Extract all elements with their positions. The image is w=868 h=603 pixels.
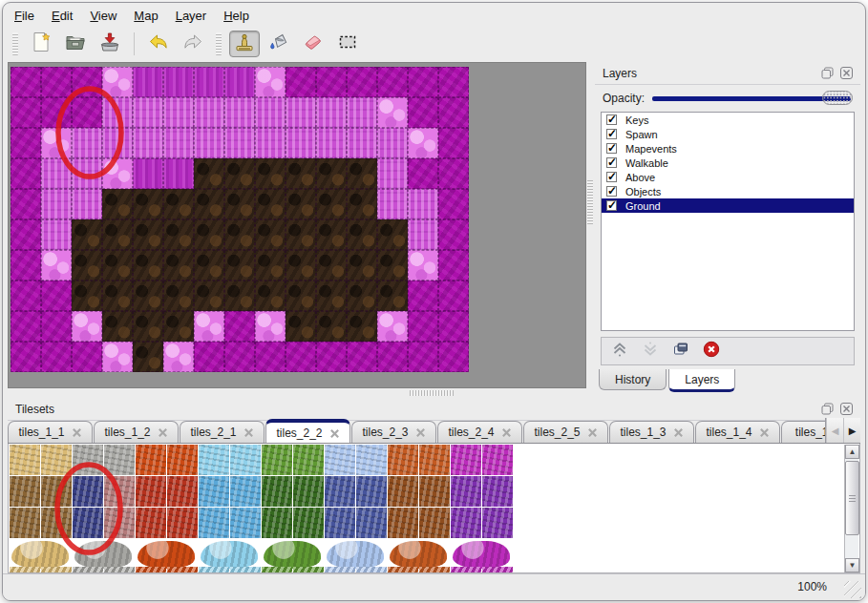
map-tile[interactable] — [347, 311, 377, 342]
tileset-tile[interactable] — [10, 445, 40, 475]
map-tile[interactable] — [133, 128, 163, 158]
map-tile[interactable] — [102, 311, 133, 342]
map-tile[interactable] — [133, 281, 163, 311]
menu-item-file[interactable]: File — [14, 9, 34, 23]
close-panel-icon[interactable] — [839, 403, 853, 416]
map-tile[interactable] — [41, 281, 72, 311]
map-tile[interactable] — [41, 250, 72, 281]
menu-item-layer[interactable]: Layer — [176, 9, 207, 23]
map-tile[interactable] — [286, 219, 316, 250]
map-tile[interactable] — [72, 311, 102, 342]
tileset-tile[interactable] — [419, 567, 450, 572]
close-tab-icon[interactable] — [158, 427, 168, 438]
tab-history[interactable]: History — [599, 369, 667, 390]
tileset-tile[interactable] — [73, 445, 103, 475]
map-tile[interactable] — [347, 342, 377, 372]
map-tile[interactable] — [72, 250, 102, 281]
tileset-tile[interactable] — [356, 567, 387, 572]
new-file-button[interactable] — [26, 31, 56, 57]
map-tile[interactable] — [72, 158, 102, 189]
tileset-tile[interactable] — [230, 445, 261, 475]
map-tile[interactable] — [41, 128, 72, 158]
map-tile[interactable] — [102, 342, 133, 372]
map-tile[interactable] — [102, 250, 133, 281]
map-tile[interactable] — [224, 311, 255, 342]
tileset-tab-tiles_2_1[interactable]: tiles_2_1 — [180, 421, 265, 443]
tileset-tile[interactable] — [390, 541, 447, 569]
map-tile[interactable] — [347, 97, 377, 128]
undo-button[interactable] — [143, 31, 174, 57]
tileset-tile[interactable] — [73, 476, 103, 507]
menu-item-help[interactable]: Help — [223, 9, 249, 23]
tileset-view[interactable]: ▲ ▼ — [8, 444, 860, 573]
map-tile[interactable] — [316, 128, 347, 158]
map-tile[interactable] — [194, 158, 224, 189]
tab-layers[interactable]: Layers — [668, 369, 735, 392]
tileset-tile[interactable] — [230, 508, 261, 538]
layer-visibility-checkbox[interactable] — [606, 143, 617, 154]
map-tile[interactable] — [163, 311, 194, 342]
map-tile[interactable] — [163, 342, 194, 372]
map-tile[interactable] — [408, 128, 438, 158]
tileset-tile[interactable] — [356, 476, 387, 507]
map-view[interactable] — [8, 62, 586, 388]
tileset-tile[interactable] — [451, 508, 481, 538]
menu-item-view[interactable]: View — [90, 9, 116, 23]
map-tile[interactable] — [377, 342, 408, 372]
tileset-tile[interactable] — [199, 567, 229, 572]
map-tile[interactable] — [41, 67, 72, 97]
map-tile[interactable] — [41, 219, 72, 250]
layer-visibility-checkbox[interactable] — [606, 186, 617, 197]
tileset-tile[interactable] — [230, 567, 261, 572]
opacity-slider[interactable] — [652, 91, 853, 106]
map-tile[interactable] — [316, 67, 347, 97]
vertical-splitter-grip[interactable] — [587, 180, 593, 224]
map-tile[interactable] — [11, 189, 41, 219]
tileset-tile[interactable] — [10, 476, 40, 507]
tileset-tile[interactable] — [388, 476, 418, 507]
map-tile[interactable] — [41, 311, 72, 342]
map-tile[interactable] — [224, 250, 255, 281]
map-tile[interactable] — [11, 158, 41, 189]
layer-row-ground[interactable]: Ground — [602, 198, 854, 213]
map-tile[interactable] — [163, 158, 194, 189]
map-tile[interactable] — [163, 67, 194, 97]
map-tile[interactable] — [286, 189, 316, 219]
tileset-tile[interactable] — [388, 508, 418, 538]
tileset-tile[interactable] — [327, 541, 384, 569]
tileset-tile[interactable] — [230, 476, 261, 507]
map-tile[interactable] — [347, 67, 377, 97]
map-tile[interactable] — [377, 311, 408, 342]
map-tile[interactable] — [255, 311, 286, 342]
scroll-tabs-left-icon[interactable]: ◀ — [826, 418, 843, 443]
tileset-tile[interactable] — [325, 508, 355, 538]
layer-visibility-checkbox[interactable] — [606, 129, 617, 139]
map-tile[interactable] — [133, 311, 163, 342]
map-tile[interactable] — [408, 189, 438, 219]
map-tile[interactable] — [438, 189, 469, 219]
map-tile[interactable] — [133, 189, 163, 219]
map-tile[interactable] — [438, 250, 469, 281]
tileset-tile[interactable] — [199, 508, 229, 538]
map-tile[interactable] — [316, 158, 347, 189]
tileset-tab-tiles_1_3[interactable]: tiles_1_3 — [609, 421, 694, 443]
map-tile[interactable] — [163, 281, 194, 311]
tileset-tile[interactable] — [136, 476, 166, 507]
tileset-tile[interactable] — [482, 445, 513, 475]
map-tile[interactable] — [163, 219, 194, 250]
map-tile[interactable] — [347, 189, 377, 219]
tileset-tile[interactable] — [293, 508, 324, 538]
tileset-tile[interactable] — [138, 541, 195, 569]
map-tile[interactable] — [408, 311, 438, 342]
tileset-tile[interactable] — [325, 476, 355, 507]
tileset-tab-tiles_1_2[interactable]: tiles_1_2 — [94, 421, 179, 443]
map-tile[interactable] — [377, 219, 408, 250]
map-tile[interactable] — [377, 189, 408, 219]
map-tile[interactable] — [11, 219, 41, 250]
tileset-tile[interactable] — [73, 567, 103, 572]
close-tab-icon[interactable] — [415, 427, 426, 438]
layer-row-keys[interactable]: Keys — [602, 113, 854, 127]
stamp-tool-button[interactable] — [229, 31, 260, 57]
tileset-tile[interactable] — [264, 541, 321, 569]
map-tile[interactable] — [224, 342, 255, 372]
